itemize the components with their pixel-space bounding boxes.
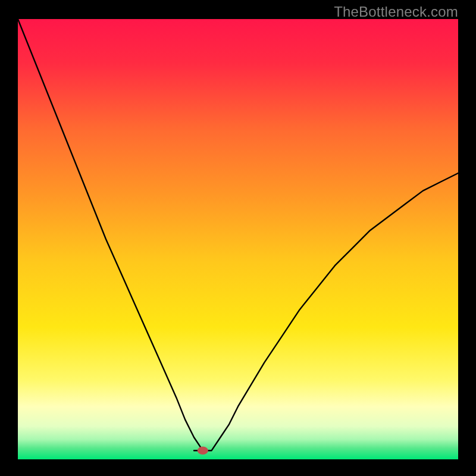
chart-background (18, 19, 458, 459)
watermark-text: TheBottleneck.com (334, 4, 458, 20)
optimal-point-marker (198, 446, 208, 455)
chart-frame: TheBottleneck.com (0, 0, 476, 476)
bottleneck-chart (18, 19, 458, 459)
